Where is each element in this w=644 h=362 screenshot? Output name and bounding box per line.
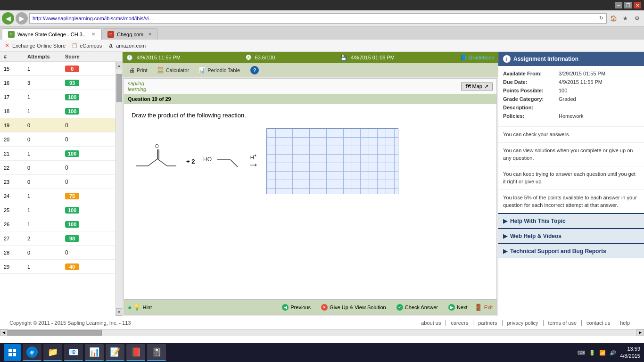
taskbar-battery-icon: 🔋	[589, 350, 595, 356]
web-help-header[interactable]: ▶ Web Help & Videos	[498, 229, 644, 243]
give-up-button[interactable]: ✕ Give Up & View Solution	[317, 303, 390, 312]
collapse-icon-2: ▶	[503, 233, 507, 239]
footer-partners[interactable]: partners	[473, 320, 502, 326]
tab-close-sapling[interactable]: ✕	[91, 32, 95, 37]
question-score: 0	[65, 66, 93, 72]
help-topic-header[interactable]: ▶ Help With This Topic	[498, 214, 644, 228]
tab-close-chegg[interactable]: ✕	[148, 32, 152, 37]
close-button[interactable]: ✕	[634, 2, 641, 8]
taskbar-onenote[interactable]: 📓	[147, 344, 166, 361]
question-list-scrollbar[interactable]: ▲ ▼	[116, 62, 122, 316]
check-answer-button[interactable]: ✓ Check Answer	[393, 303, 442, 312]
footer-careers[interactable]: careers	[446, 320, 473, 326]
question-attempts: 3	[27, 80, 65, 86]
footer-links: about us careers partners privacy policy…	[416, 320, 635, 326]
address-bar[interactable]: http://www.saplinglearning.com/ibiscms/m…	[29, 13, 607, 24]
question-header-label: Question 19 of 29	[128, 96, 171, 102]
taskbar-excel[interactable]: 📊	[85, 344, 104, 361]
question-row[interactable]: 15 1 0	[0, 62, 122, 76]
restore-button[interactable]: ❐	[624, 2, 632, 8]
periodic-table-button[interactable]: 📊 Periodic Table	[196, 66, 243, 74]
footer-about[interactable]: about us	[416, 320, 446, 326]
home-icon[interactable]: 🏠	[608, 13, 619, 24]
available-from-value: 3/29/2015 01:55 PM	[559, 71, 605, 76]
footer-privacy[interactable]: privacy policy	[503, 320, 544, 326]
bookmark-exchange[interactable]: ✕ Exchange Online Store	[4, 42, 66, 49]
address-text: http://www.saplinglearning.com/ibiscms/m…	[33, 16, 597, 21]
footer-contact[interactable]: contact us	[582, 320, 615, 326]
tech-support-header[interactable]: ▶ Technical Support and Bug Reports	[498, 244, 644, 258]
taskbar-word[interactable]: 📝	[106, 344, 124, 361]
settings-icon[interactable]: ⚙	[632, 13, 642, 24]
taskbar-explorer[interactable]: 📁	[43, 344, 62, 361]
question-row[interactable]: 23 0 0	[0, 175, 122, 189]
back-button[interactable]: ◀	[2, 12, 14, 25]
question-row[interactable]: 26 1 100	[0, 217, 122, 231]
copyright-text: Copyright © 2011 - 2015 Sapling Learning…	[9, 320, 131, 326]
bookmark-amazon[interactable]: a amazon.com	[107, 42, 146, 49]
forward-button[interactable]: ▶	[16, 12, 28, 25]
favorites-icon[interactable]: ★	[620, 13, 630, 24]
question-row[interactable]: 25 1 100	[0, 203, 122, 217]
reaction-area: O + 2 HO H+ →	[132, 128, 489, 194]
h-scrollbar-thumb[interactable]	[8, 330, 102, 336]
help-button[interactable]: ?	[250, 66, 259, 74]
bookmark-ecampus[interactable]: 📋 eCampus	[71, 42, 102, 49]
exit-button[interactable]: 🚪 Exit	[474, 304, 493, 311]
refresh-icon[interactable]: ↻	[599, 15, 603, 21]
drawing-grid[interactable]	[266, 128, 398, 194]
next-button[interactable]: ▶ Next	[445, 303, 471, 312]
web-help-section[interactable]: ▶ Web Help & Videos	[498, 228, 644, 243]
score-badge: 0	[65, 179, 68, 185]
map-icon: 🗺	[465, 83, 471, 89]
question-row[interactable]: 27 2 98	[0, 231, 122, 246]
scrollbar-up-arrow[interactable]: ▲	[116, 62, 123, 69]
question-row[interactable]: 29 1 40	[0, 260, 122, 274]
question-attempts: 1	[27, 108, 65, 114]
due-date-text: 4/9/2015 11:55 PM	[137, 55, 181, 60]
score-badge: 75	[65, 193, 79, 199]
map-button[interactable]: 🗺 Map ↗	[461, 82, 493, 90]
question-row[interactable]: 20 0 0	[0, 132, 122, 147]
taskbar-outlook[interactable]: 📧	[64, 344, 83, 361]
gradebook-link[interactable]: 📘 Gradebook	[460, 55, 494, 61]
arrow-symbol: →	[248, 158, 259, 171]
question-attempts: 2	[27, 236, 65, 241]
taskbar-time-display: 13:59	[620, 346, 640, 353]
taskbar-right: ⌨ 🔋 📶 🔊 13:59 4/8/2015	[578, 346, 640, 360]
scrollbar-down-arrow[interactable]: ▼	[116, 308, 123, 316]
start-button[interactable]	[4, 344, 21, 361]
question-score: 0	[65, 122, 93, 129]
question-row[interactable]: 28 0 0	[0, 246, 122, 260]
scroll-left-button[interactable]: ◀	[0, 329, 8, 336]
taskbar-ie[interactable]: e	[23, 344, 41, 361]
question-row[interactable]: 19 0 0	[0, 118, 122, 132]
minimize-button[interactable]: ─	[615, 2, 622, 8]
next-icon: ▶	[448, 304, 455, 311]
scroll-right-button[interactable]: ▶	[636, 329, 644, 336]
previous-button[interactable]: ◀ Previous	[278, 303, 314, 312]
question-row[interactable]: 21 1 100	[0, 147, 122, 161]
available-from-row: Available From: 3/29/2015 01:55 PM	[503, 71, 639, 76]
score-badge: 93	[65, 80, 79, 86]
help-topic-section[interactable]: ▶ Help With This Topic	[498, 213, 644, 228]
tech-support-section[interactable]: ▶ Technical Support and Bug Reports	[498, 243, 644, 258]
score-badge: 98	[65, 235, 79, 242]
bookmark-label-amazon: amazon.com	[116, 43, 146, 49]
taskbar-powerpoint[interactable]: 📕	[126, 344, 145, 361]
question-row[interactable]: 16 3 93	[0, 76, 122, 90]
print-button[interactable]: 🖨 Print	[126, 66, 150, 74]
question-row[interactable]: 24 1 75	[0, 189, 122, 203]
question-row[interactable]: 17 1 100	[0, 90, 122, 104]
hint-button[interactable]: ● 💡 Hint	[128, 304, 152, 311]
score-badge: 100	[65, 150, 79, 157]
tab-sapling[interactable]: S Wayne State College - CH 3... ✕	[2, 28, 101, 40]
tab-chegg[interactable]: C Chegg.com ✕	[101, 28, 158, 40]
exit-label: Exit	[484, 304, 493, 310]
calculator-button[interactable]: 🧮 Calculator	[154, 66, 192, 74]
footer-terms[interactable]: terms of use	[544, 320, 582, 326]
footer-help[interactable]: help	[615, 320, 635, 326]
question-row[interactable]: 22 0 0	[0, 161, 122, 175]
question-row[interactable]: 18 1 100	[0, 104, 122, 118]
scrollbar-thumb[interactable]	[116, 74, 122, 102]
